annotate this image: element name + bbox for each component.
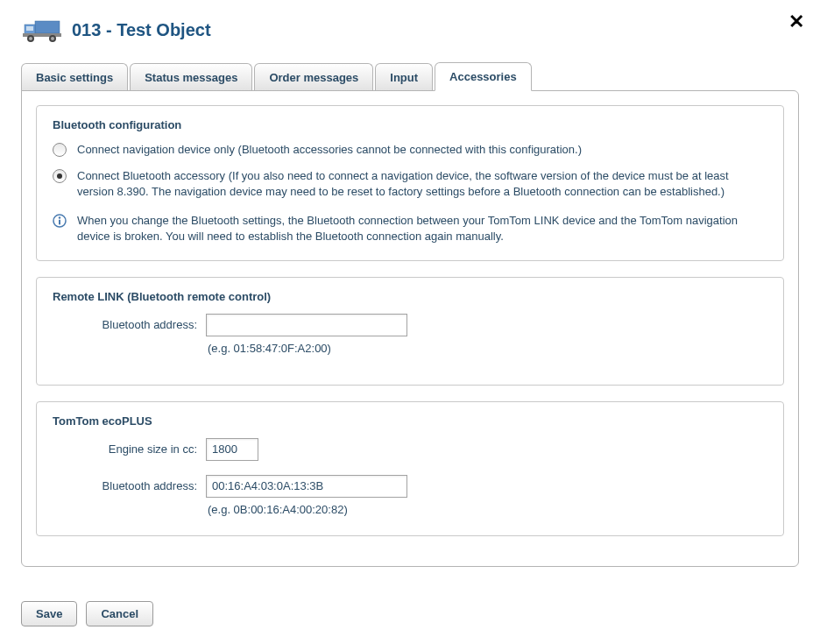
svg-rect-2 (26, 26, 33, 31)
remote-link-bt-row: Bluetooth address: (53, 314, 767, 336)
radio-option-bt-accessory[interactable]: Connect Bluetooth accessory (If you also… (53, 168, 767, 200)
save-button[interactable]: Save (21, 601, 77, 626)
tab-accessories[interactable]: Accessories (435, 62, 532, 91)
tab-status-messages[interactable]: Status messages (130, 63, 252, 91)
ecoplus-bt-label: Bluetooth address: (53, 479, 206, 492)
radio-input-bt-accessory[interactable] (53, 169, 67, 183)
truck-icon (23, 16, 61, 44)
svg-rect-10 (59, 219, 60, 224)
radio-label-nav-only: Connect navigation device only (Bluetoot… (77, 142, 582, 158)
remote-link-bt-input[interactable] (206, 314, 407, 336)
tab-content-accessories: Bluetooth configuration Connect navigati… (21, 90, 799, 567)
remote-link-bt-hint: (e.g. 01:58:47:0F:A2:00) (206, 342, 767, 355)
radio-option-nav-only[interactable]: Connect navigation device only (Bluetoot… (53, 142, 767, 158)
bluetooth-info-text: When you change the Bluetooth settings, … (77, 213, 767, 244)
remote-link-title: Remote LINK (Bluetooth remote control) (53, 290, 767, 303)
ecoplus-bt-input[interactable] (206, 475, 407, 498)
svg-point-9 (59, 216, 60, 218)
svg-point-7 (51, 37, 54, 40)
button-row: Save Cancel (21, 601, 153, 626)
dialog-window: ✕ 013 - Test Object Basic settings Statu… (0, 0, 820, 644)
cancel-button[interactable]: Cancel (86, 601, 153, 626)
ecoplus-title: TomTom ecoPLUS (53, 414, 767, 428)
tabs-row: Basic settings Status messages Order mes… (21, 61, 804, 90)
page-title: 013 - Test Object (72, 20, 211, 40)
bluetooth-config-section: Bluetooth configuration Connect navigati… (36, 105, 784, 261)
info-icon (53, 214, 67, 228)
ecoplus-engine-label: Engine size in cc: (53, 442, 206, 456)
radio-input-nav-only[interactable] (53, 143, 67, 157)
remote-link-bt-label: Bluetooth address: (53, 318, 206, 331)
ecoplus-section: TomTom ecoPLUS Engine size in cc: Blueto… (36, 401, 784, 536)
ecoplus-engine-row: Engine size in cc: (53, 438, 767, 461)
svg-point-5 (29, 37, 32, 40)
ecoplus-engine-input[interactable] (206, 438, 258, 461)
bluetooth-config-title: Bluetooth configuration (53, 118, 767, 131)
tab-order-messages[interactable]: Order messages (254, 63, 373, 91)
ecoplus-bt-hint: (e.g. 0B:00:16:A4:00:20:82) (206, 503, 767, 516)
bluetooth-info-row: When you change the Bluetooth settings, … (53, 213, 767, 244)
ecoplus-bt-row: Bluetooth address: (53, 475, 767, 498)
close-button[interactable]: ✕ (788, 12, 804, 32)
remote-link-section: Remote LINK (Bluetooth remote control) B… (36, 277, 784, 386)
dialog-header: 013 - Test Object (16, 0, 804, 61)
tab-input[interactable]: Input (375, 63, 433, 91)
tab-basic-settings[interactable]: Basic settings (21, 63, 128, 91)
svg-rect-0 (35, 21, 60, 33)
radio-label-bt-accessory: Connect Bluetooth accessory (If you also… (77, 168, 767, 200)
